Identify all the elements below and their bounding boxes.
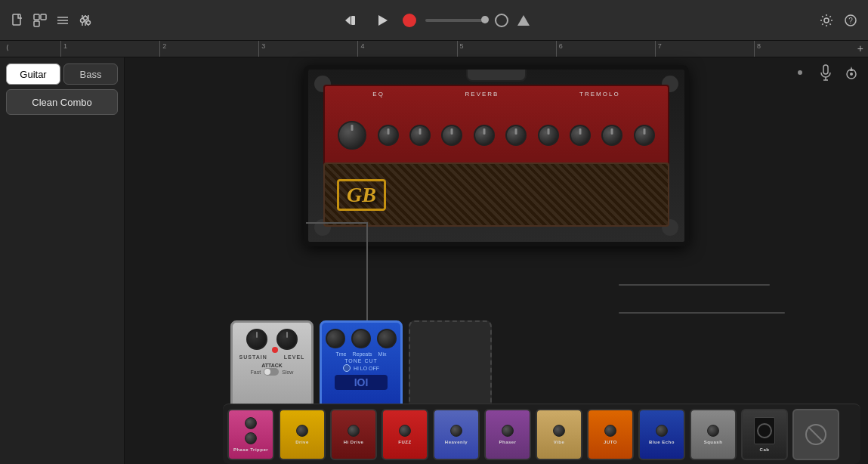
compressor-knob-labels: SUSTAIN LEVEL [239, 354, 305, 360]
metronome-icon[interactable] [517, 15, 530, 26]
ruler-beat-6: 6 [556, 41, 655, 57]
strip-label-4: FUZZ [398, 440, 411, 444]
pedal-strip: Phase Tripper Drive Hi Drive FUZZ [223, 404, 860, 464]
strip-pedal-heavenly[interactable]: Heavenly [433, 409, 480, 460]
attack-label: ATTACK [261, 363, 283, 368]
strip-label-7: Vibe [554, 440, 565, 444]
ruler-start: ⟨ [6, 44, 9, 51]
dot-icon [791, 63, 809, 82]
amp-knob-treble[interactable] [441, 125, 462, 146]
strip-pedal-vibe[interactable]: Vibe [536, 409, 582, 460]
list-icon[interactable] [54, 12, 71, 29]
left-sidebar: Guitar Bass Clean Combo [0, 57, 125, 464]
amp-knob-bass[interactable] [378, 125, 399, 146]
level-knob[interactable] [276, 329, 298, 350]
amp-knob-presence[interactable] [570, 125, 591, 146]
fast-label: Fast [251, 370, 261, 375]
mix-knob[interactable] [377, 329, 397, 348]
toolbar-left [9, 12, 94, 29]
mixer-icon[interactable] [77, 12, 94, 29]
play-button[interactable] [371, 9, 394, 32]
strip-knob-11 [707, 425, 719, 437]
strip-label-3: Hi Drive [344, 440, 364, 444]
delay-knob-labels: Tme Repeats Mix [336, 351, 387, 357]
amp-bottom-panel: GB [323, 162, 669, 227]
strip-pedal-fuzz[interactable]: FUZZ [381, 409, 428, 460]
settings-icon[interactable] [818, 12, 835, 29]
amp-knob-level[interactable] [474, 125, 495, 146]
amp-logo: GB [337, 179, 386, 211]
record-button[interactable] [403, 14, 416, 27]
compressor-knobs [246, 329, 298, 350]
strip-pedal-phase-tripper[interactable]: Phase Tripper [227, 409, 274, 460]
strip-pedal-juto[interactable]: JUTO [587, 409, 634, 460]
strip-pedal-phaser[interactable]: Phaser [484, 409, 531, 460]
strip-knob-1 [245, 417, 257, 429]
strip-knob-9 [604, 425, 616, 437]
strip-knob-8 [553, 425, 565, 437]
svg-point-19 [798, 70, 802, 75]
loop-icon[interactable] [495, 14, 508, 27]
svg-rect-1 [34, 14, 39, 20]
add-track-button[interactable]: + [857, 42, 863, 54]
sustain-label: SUSTAIN [239, 354, 267, 360]
amp-eq-labels: EQ REVERB TREMOLO [332, 91, 660, 97]
main-area: Guitar Bass Clean Combo [0, 57, 868, 464]
cab-visual [754, 417, 775, 444]
ruler-beat-2: 2 [159, 41, 258, 57]
microphone-icon[interactable] [817, 63, 835, 82]
hint-line-2 [619, 312, 785, 314]
cab-speaker [757, 423, 772, 438]
help-icon[interactable]: ? [842, 12, 859, 29]
svg-point-11 [84, 16, 88, 20]
amp-knob-master[interactable] [601, 125, 622, 146]
svg-rect-3 [34, 21, 39, 26]
new-file-icon[interactable] [9, 12, 26, 29]
strip-pedal-drive[interactable]: Drive [279, 409, 326, 460]
repeats-knob[interactable] [351, 329, 371, 348]
tab-bass[interactable]: Bass [63, 63, 118, 85]
svg-line-26 [808, 427, 823, 442]
svg-marker-13 [345, 16, 351, 25]
pedal-compressor[interactable]: SUSTAIN LEVEL ATTACK Fast Slow [230, 320, 314, 411]
tone-cut-label: TONE CUT [344, 358, 378, 363]
strip-knob-3 [296, 425, 308, 437]
screens-icon[interactable] [32, 12, 48, 29]
preset-clean-combo[interactable]: Clean Combo [6, 89, 118, 115]
strip-label-5: Heavenly [445, 440, 468, 444]
strip-knob-2 [245, 432, 257, 444]
strip-pedal-squash[interactable]: Squash [690, 409, 737, 460]
svg-marker-15 [378, 15, 388, 26]
svg-text:?: ? [848, 17, 853, 25]
sustain-knob[interactable] [246, 329, 267, 350]
pedal-slot-empty-1[interactable] [409, 320, 492, 411]
rewind-button[interactable] [339, 9, 362, 32]
amp-knob-speed[interactable] [538, 125, 559, 146]
attack-toggle[interactable] [264, 368, 279, 376]
amp-knob-mids[interactable] [409, 125, 431, 146]
amp-knob-output[interactable] [634, 125, 655, 146]
strip-label-6: Phaser [499, 440, 516, 444]
strip-pedal-cab[interactable]: Cab [741, 409, 788, 460]
ruler: ⟨ 1 2 3 4 5 6 7 8 + [0, 41, 868, 57]
amp-knob-gain[interactable] [338, 121, 366, 150]
tab-guitar[interactable]: Guitar [6, 63, 60, 85]
svg-point-12 [87, 20, 91, 24]
strip-pedal-blue-echo[interactable]: Blue Echo [638, 409, 685, 460]
toolbar-right: ? [818, 12, 859, 29]
position-slider[interactable] [425, 19, 486, 22]
attack-row: Fast Slow [251, 368, 294, 376]
time-knob[interactable] [326, 329, 345, 348]
pedal-delay[interactable]: Tme Repeats Mix TONE CUT HI LO OFF IOI [320, 320, 403, 411]
svg-point-16 [824, 18, 829, 23]
strip-label-10: Squash [704, 440, 723, 444]
amp-body: EQ REVERB TREMOLO [304, 65, 689, 246]
strip-pedal-null[interactable] [792, 409, 839, 460]
strip-pedal-hi-drive[interactable]: Hi Drive [330, 409, 377, 460]
tuner-icon[interactable] [842, 63, 860, 82]
amp-knob-depth[interactable] [505, 125, 527, 146]
toolbar: ? [0, 0, 868, 41]
strip-knob-5 [399, 425, 411, 437]
ruler-beat-5: 5 [457, 41, 556, 57]
hi-lo-indicator [343, 364, 351, 372]
